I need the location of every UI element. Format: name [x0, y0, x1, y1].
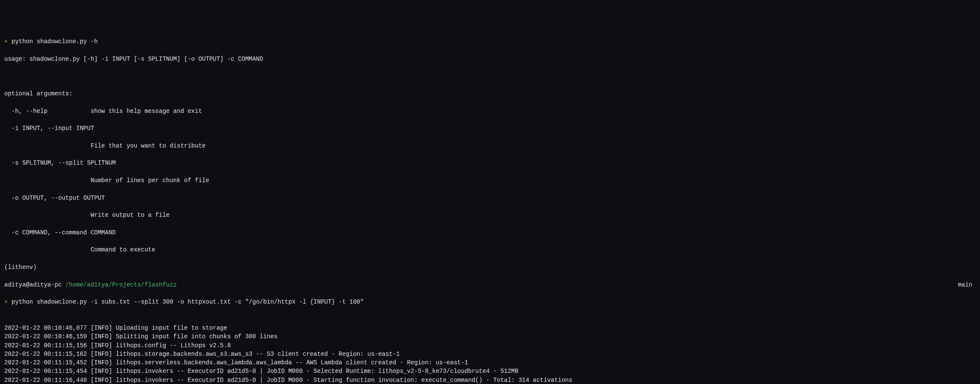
help-flag-s: -s SPLITNUM, --split SPLITNUM [4, 159, 976, 167]
blank-line [4, 72, 976, 80]
log-line: 2022-01-22 00:10:46,159 [INFO] Splitting… [4, 332, 976, 341]
log-line: 2022-01-22 00:11:15,452 [INFO] lithops.s… [4, 358, 976, 367]
help-flag-h: -h, --help show this help message and ex… [4, 107, 976, 115]
help-flag-c: -c COMMAND, --command COMMAND [4, 228, 976, 237]
command-text: python shadowclone.py -i subs.txt --spli… [8, 298, 364, 305]
log-line: 2022-01-22 00:10:46,077 [INFO] Uploading… [4, 324, 976, 332]
prompt-line[interactable]: aditya@aditya-pc /home/aditya/Projects/f… [4, 281, 976, 289]
help-desc-s: Number of lines per chunk of file [4, 176, 976, 185]
command-text: python shadowclone.py -h [8, 38, 98, 45]
git-branch: main [958, 281, 976, 289]
prompt-path: /home/aditya/Projects/flashfuzz [65, 281, 177, 288]
optional-args-header: optional arguments: [4, 89, 976, 98]
help-flag-i: -i INPUT, --input INPUT [4, 124, 976, 133]
help-desc-c: Command to execute [4, 245, 976, 254]
log-line: 2022-01-22 00:11:16,440 [INFO] lithops.i… [4, 376, 976, 384]
command-line-1[interactable]: ⚡ python shadowclone.py -h [4, 37, 976, 46]
help-desc-o: Write output to a file [4, 211, 976, 219]
log-line: 2022-01-22 00:11:15,454 [INFO] lithops.i… [4, 367, 976, 375]
log-output: 2022-01-22 00:10:46,077 [INFO] Uploading… [4, 324, 976, 384]
log-line: 2022-01-22 00:11:15,162 [INFO] lithops.s… [4, 350, 976, 358]
help-flag-o: -o OUTPUT, --output OUTPUT [4, 194, 976, 202]
help-desc-i: File that you want to distribute [4, 142, 976, 150]
command-line-2[interactable]: ⚡ python shadowclone.py -i subs.txt --sp… [4, 298, 976, 306]
log-line: 2022-01-22 00:11:15,156 [INFO] lithops.c… [4, 341, 976, 350]
prompt-user-host: aditya@aditya-pc [4, 281, 65, 288]
virtualenv-name: (lithenv) [4, 263, 976, 272]
usage-line: usage: shadowclone.py [-h] -i INPUT [-s … [4, 55, 976, 63]
